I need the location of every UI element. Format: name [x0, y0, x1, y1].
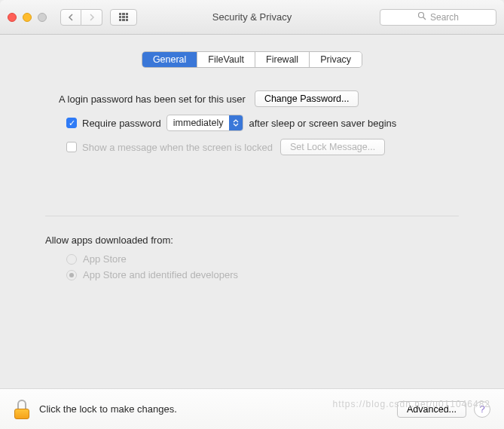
- minimize-button[interactable]: [23, 13, 32, 22]
- show-lock-message-checkbox: [66, 142, 77, 152]
- change-password-button[interactable]: Change Password...: [255, 90, 359, 107]
- radio-app-store-label: App Store: [83, 253, 127, 265]
- tab-filevault[interactable]: FileVault: [197, 52, 255, 67]
- search-placeholder: Search: [430, 12, 459, 23]
- lock-message: Click the lock to make changes.: [39, 403, 177, 415]
- svg-line-1: [423, 17, 426, 20]
- traffic-lights: [8, 13, 47, 22]
- search-field[interactable]: Search: [380, 9, 496, 26]
- radio-app-store-identified-label: App Store and identified developers: [83, 269, 238, 280]
- forward-button[interactable]: [81, 9, 102, 26]
- tab-firewall[interactable]: Firewall: [255, 52, 309, 67]
- content-area: A login password has been set for this u…: [0, 68, 504, 280]
- allow-apps-heading: Allow apps downloaded from:: [45, 234, 173, 246]
- tab-general[interactable]: General: [142, 52, 197, 67]
- tab-bar: General FileVault Firewall Privacy: [0, 51, 504, 68]
- svg-point-0: [418, 13, 423, 18]
- back-button[interactable]: [60, 9, 81, 26]
- maximize-button: [38, 13, 47, 22]
- preferences-window: Security & Privacy Search General FileVa…: [0, 0, 504, 429]
- close-button[interactable]: [8, 13, 17, 22]
- tab-privacy[interactable]: Privacy: [309, 52, 362, 67]
- lock-icon[interactable]: [14, 400, 30, 419]
- require-password-checkbox[interactable]: [66, 118, 77, 128]
- section-divider: [45, 216, 459, 216]
- grid-icon: [119, 13, 128, 22]
- radio-app-store-identified: [66, 270, 77, 280]
- help-button[interactable]: ?: [474, 401, 490, 418]
- require-password-label-prefix: Require password: [82, 118, 161, 129]
- show-all-button[interactable]: [110, 9, 137, 26]
- advanced-button[interactable]: Advanced...: [397, 401, 466, 418]
- set-lock-message-button: Set Lock Message...: [280, 139, 385, 155]
- chevron-left-icon: [68, 14, 74, 21]
- footer: Click the lock to make changes. Advanced…: [0, 388, 504, 429]
- nav-segment: [60, 9, 102, 26]
- search-icon: [417, 11, 426, 23]
- login-password-text: A login password has been set for this u…: [59, 93, 246, 105]
- require-password-delay-select[interactable]: immediately: [166, 115, 244, 131]
- select-stepper-icon: [229, 115, 243, 130]
- require-password-label-suffix: after sleep or screen saver begins: [249, 118, 396, 129]
- radio-app-store: [66, 254, 77, 265]
- titlebar: Security & Privacy Search: [0, 0, 504, 35]
- window-title: Security & Privacy: [212, 11, 292, 23]
- chevron-right-icon: [89, 14, 95, 21]
- show-lock-message-label: Show a message when the screen is locked: [82, 142, 273, 153]
- require-password-delay-value: immediately: [167, 118, 230, 128]
